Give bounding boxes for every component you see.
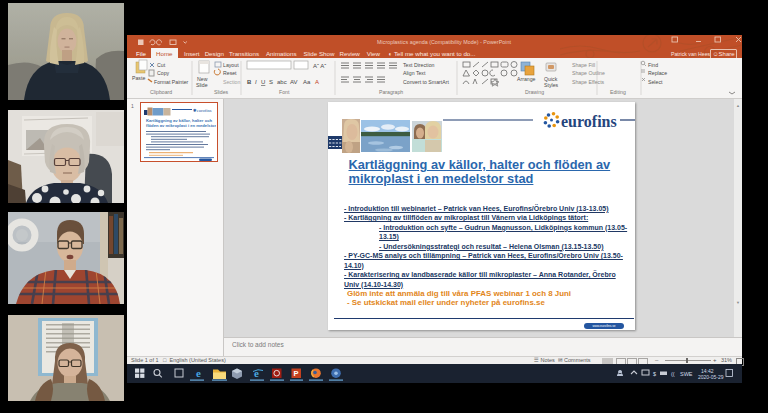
svg-text:Editing: Editing — [610, 89, 626, 95]
svg-text:Find: Find — [648, 62, 658, 68]
svg-text:Copy: Copy — [157, 70, 170, 76]
svg-text:Aˆ Aˇ: Aˆ Aˇ — [313, 63, 326, 69]
svg-text:B: B — [247, 79, 252, 85]
svg-text:Slides: Slides — [214, 89, 229, 95]
svg-text:Cut: Cut — [157, 62, 166, 68]
svg-text:Clipboard: Clipboard — [150, 89, 172, 95]
svg-text:abc: abc — [277, 79, 287, 85]
svg-text:Arrange: Arrange — [517, 76, 536, 82]
svg-text:Shape Fill: Shape Fill — [572, 62, 595, 68]
svg-text:S: S — [269, 79, 273, 85]
svg-text:Convert to SmartArt: Convert to SmartArt — [403, 79, 449, 85]
svg-text:Font: Font — [279, 89, 290, 95]
svg-text:Section: Section — [223, 79, 240, 85]
svg-text:Replace: Replace — [648, 70, 667, 76]
svg-text:e: e — [254, 367, 259, 379]
svg-text:U: U — [261, 79, 265, 85]
svg-text:SWE: SWE — [680, 371, 693, 377]
svg-text:Reset: Reset — [223, 70, 237, 76]
svg-text:I: I — [255, 79, 257, 85]
svg-text:✺eurofins: ✺eurofins — [193, 108, 212, 113]
svg-text:14:42: 14:42 — [701, 368, 714, 374]
svg-text:((: (( — [671, 371, 675, 377]
svg-text:AV: AV — [290, 79, 298, 85]
svg-text:eurofins: eurofins — [561, 113, 617, 130]
svg-text:Format Painter: Format Painter — [154, 79, 189, 85]
svg-text:Text Direction: Text Direction — [403, 62, 435, 68]
svg-text:Paste: Paste — [132, 75, 145, 81]
svg-text:Align Text: Align Text — [403, 70, 426, 76]
svg-text:A: A — [315, 79, 319, 85]
svg-text:Drawing: Drawing — [525, 89, 544, 95]
svg-text:Styles: Styles — [544, 82, 559, 88]
svg-text:e: e — [196, 367, 201, 379]
svg-text:Shape Effects: Shape Effects — [572, 79, 605, 85]
svg-text:P: P — [294, 369, 299, 378]
svg-text:Slide: Slide — [196, 82, 208, 88]
svg-text:2020-05-29: 2020-05-29 — [698, 374, 724, 380]
svg-text:Aa: Aa — [303, 79, 311, 85]
svg-text:Layout: Layout — [223, 62, 239, 68]
svg-text:$: $ — [653, 371, 656, 377]
svg-text:flöden av mikroplast i en mede: flöden av mikroplast i en medelstor stad — [146, 123, 216, 128]
svg-text:Paragraph: Paragraph — [379, 89, 403, 95]
svg-text:Select: Select — [648, 79, 663, 85]
svg-text:Shape Outline: Shape Outline — [572, 70, 605, 76]
